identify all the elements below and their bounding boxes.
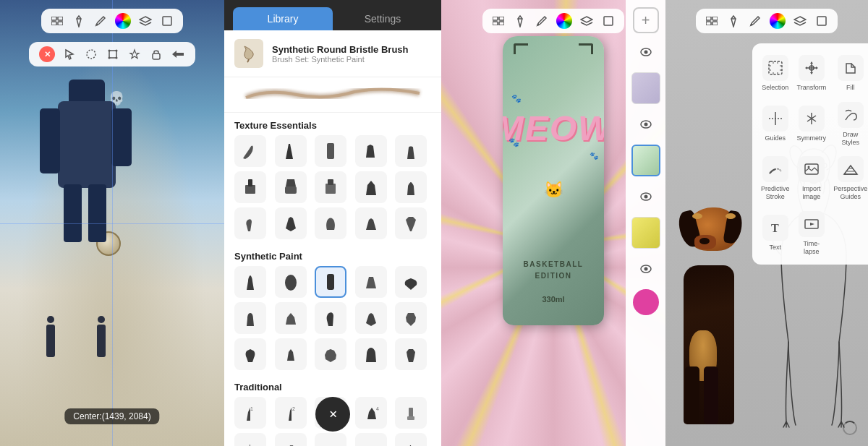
svg-rect-58 (769, 61, 782, 74)
toolbar-meow (482, 9, 624, 33)
brush-item-selected[interactable] (315, 266, 346, 298)
brush-item[interactable] (315, 433, 346, 446)
layers-icon[interactable] (138, 14, 153, 28)
brush-item[interactable]: 2 (275, 397, 307, 429)
tab-library[interactable]: Library (233, 7, 333, 30)
brush-list[interactable]: Texture Essentials Synthetic Paint (224, 113, 441, 446)
color-wheel-icon-3[interactable] (556, 13, 572, 29)
brush-item[interactable] (275, 135, 307, 167)
eye-icon-3[interactable] (630, 181, 662, 213)
tool-guides[interactable]: Guides (758, 96, 793, 150)
color-wheel-icon[interactable] (115, 13, 131, 29)
brush-item[interactable]: 4 (355, 397, 387, 429)
close-brush-button[interactable]: + (315, 397, 350, 432)
layer-swatch-2[interactable] (631, 145, 660, 176)
brush-icon-4[interactable] (748, 14, 762, 28)
more-icon[interactable] (171, 47, 185, 61)
star-icon[interactable] (127, 47, 142, 61)
brush-header-text: Synthetic Round Bristle Brush Brush Set:… (272, 44, 409, 64)
tool-predictive-stroke[interactable]: Predictive Stroke (758, 150, 793, 204)
brush-item[interactable] (275, 302, 307, 334)
grid-icon[interactable] (50, 14, 64, 28)
pen-icon-3[interactable] (513, 14, 527, 28)
brush-item[interactable] (234, 338, 266, 370)
brush-item[interactable] (395, 338, 427, 370)
crop-icon[interactable] (160, 14, 174, 28)
brush-item[interactable] (234, 433, 266, 446)
brush-item[interactable] (395, 433, 427, 446)
robot-arm-left (40, 108, 60, 173)
brush-item[interactable] (234, 207, 266, 239)
brush-item[interactable] (355, 135, 387, 167)
brush-item[interactable] (355, 302, 387, 334)
eye-icon-2[interactable] (630, 108, 662, 140)
brush-item[interactable] (395, 171, 427, 203)
brush-item[interactable] (234, 135, 266, 167)
brush-item[interactable] (355, 338, 387, 370)
tool-import-image[interactable]: Import Image (794, 150, 830, 204)
tools-panel: Selection Transform Fill Guides Symmetr (752, 43, 868, 265)
tool-perspective-guides[interactable]: Perspective Guides (830, 150, 868, 204)
brush-item[interactable] (234, 266, 266, 298)
brush-item[interactable] (395, 266, 427, 298)
svg-point-37 (537, 24, 540, 26)
brush-item[interactable] (395, 135, 427, 167)
svg-point-9 (109, 50, 111, 52)
crop-icon-3[interactable] (601, 14, 616, 28)
tool-transform[interactable]: Transform (794, 49, 830, 95)
guides-label: Guides (765, 134, 786, 142)
brush-item[interactable] (355, 266, 387, 298)
crop-icon-4[interactable] (814, 14, 829, 28)
tool-draw-styles[interactable]: Draw Styles (830, 96, 868, 150)
layers-icon-3[interactable] (579, 14, 594, 28)
brush-item[interactable] (395, 207, 427, 239)
lock-icon[interactable] (149, 47, 163, 61)
brush-item[interactable] (315, 302, 346, 334)
brush-item[interactable] (395, 302, 427, 334)
transform-icon[interactable] (106, 47, 120, 61)
eye-icon-1[interactable] (630, 36, 662, 68)
color-swatch-pink[interactable] (633, 289, 659, 315)
brush-item[interactable] (234, 302, 266, 334)
brush-item[interactable] (315, 338, 346, 370)
brush-item[interactable] (275, 338, 307, 370)
layers-icon-4[interactable] (793, 14, 807, 28)
cursor-icon[interactable] (62, 47, 77, 61)
brush-item[interactable] (275, 266, 307, 298)
tool-timelapse[interactable]: Time-lapse (794, 205, 830, 259)
close-button[interactable]: ✕ (39, 46, 55, 62)
brush-item[interactable] (275, 433, 307, 446)
brush-item[interactable] (315, 171, 346, 203)
tool-text[interactable]: T Text (758, 205, 793, 259)
brush-item[interactable] (315, 135, 346, 167)
tool-selection[interactable]: Selection (758, 49, 793, 95)
brush-item[interactable] (234, 171, 266, 203)
brush-item[interactable] (355, 171, 387, 203)
svg-point-44 (644, 195, 647, 199)
pen-icon[interactable] (72, 14, 86, 28)
brush-item[interactable] (275, 171, 307, 203)
pen-icon-4[interactable] (726, 14, 741, 28)
brush-item[interactable] (315, 207, 346, 239)
lasso-icon[interactable] (84, 47, 98, 61)
grid-icon-4[interactable] (705, 14, 719, 28)
brush-item[interactable] (355, 433, 387, 446)
brush-item[interactable]: 1 (234, 397, 266, 429)
brush-icon[interactable] (93, 14, 108, 28)
tab-settings[interactable]: Settings (333, 7, 433, 30)
brush-item[interactable] (275, 207, 307, 239)
color-wheel-icon-4[interactable] (770, 13, 786, 29)
layer-swatch-3[interactable] (631, 217, 660, 249)
section-traditional: Traditional (234, 374, 431, 397)
tool-fill[interactable]: Fill (830, 49, 868, 95)
brush-item[interactable] (395, 397, 427, 429)
grid-icon-3[interactable] (491, 14, 506, 28)
transform-label: Transform (797, 84, 827, 92)
layer-swatch-1[interactable] (631, 72, 660, 104)
brush-icon-3[interactable] (535, 14, 549, 28)
tool-symmetry[interactable]: Symmetry (794, 96, 830, 150)
panel-brush-library: Library Settings Synthetic Round Bristle… (224, 0, 441, 446)
brush-item[interactable] (355, 207, 387, 239)
eye-icon-4[interactable] (630, 253, 662, 285)
add-layer-button[interactable]: + (633, 7, 659, 33)
